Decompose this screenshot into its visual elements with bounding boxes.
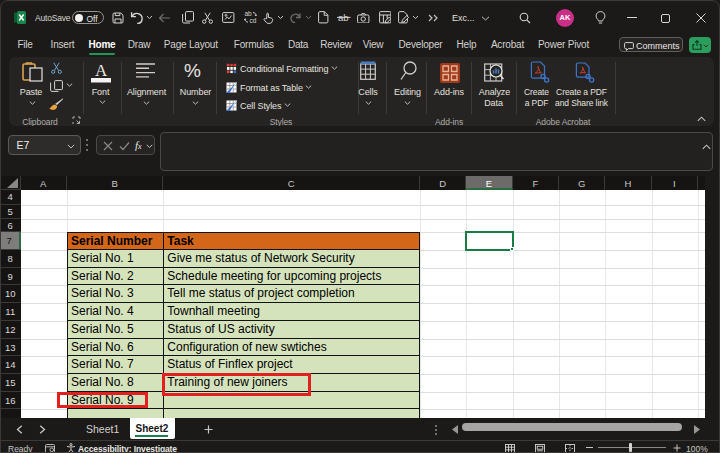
svg-text:cd: cd: [250, 17, 257, 24]
svg-text:A: A: [95, 61, 108, 80]
